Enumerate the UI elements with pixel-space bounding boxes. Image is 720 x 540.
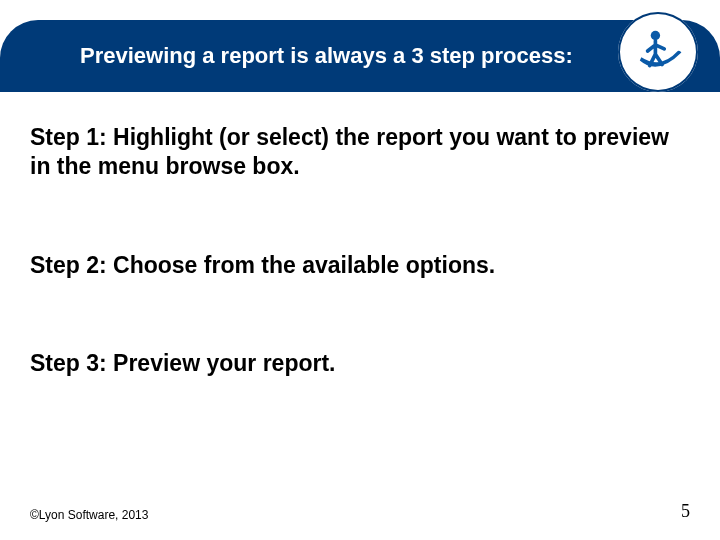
title-band: Previewing a report is always a 3 step p… [0,20,720,92]
page-number: 5 [681,501,690,522]
svg-point-0 [651,31,660,40]
brand-logo [618,12,698,92]
person-swoosh-icon [632,24,684,80]
step-1-text: Step 1: Highlight (or select) the report… [30,123,670,181]
page-title: Previewing a report is always a 3 step p… [80,43,573,69]
copyright-text: ©Lyon Software, 2013 [30,508,148,522]
step-3-text: Step 3: Preview your report. [30,349,670,378]
slide-footer: ©Lyon Software, 2013 5 [30,501,690,522]
step-2-text: Step 2: Choose from the available option… [30,251,670,280]
slide-body: Step 1: Highlight (or select) the report… [0,105,720,540]
